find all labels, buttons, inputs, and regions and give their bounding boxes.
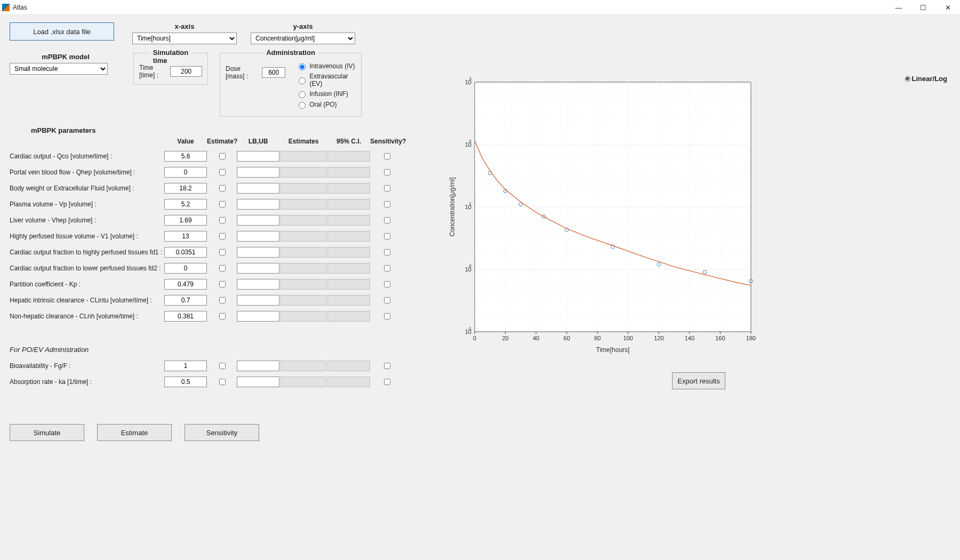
- time-input[interactable]: [170, 66, 202, 77]
- estimate-checkbox[interactable]: [219, 281, 226, 287]
- title-bar: Atlas — ☐ ✕: [0, 0, 960, 15]
- sensitivity-checkbox[interactable]: [384, 249, 390, 255]
- svg-text:20: 20: [502, 335, 508, 341]
- param-value-input[interactable]: [164, 183, 207, 194]
- svg-text:180: 180: [746, 335, 756, 341]
- param-value-input[interactable]: [164, 151, 207, 162]
- lbub-input[interactable]: [237, 279, 279, 290]
- sensitivity-checkbox[interactable]: [384, 201, 390, 207]
- sensitivity-checkbox[interactable]: [384, 153, 390, 159]
- sensitivity-checkbox[interactable]: [384, 265, 390, 271]
- admin-radio-po[interactable]: Oral (PO): [296, 100, 356, 109]
- model-select[interactable]: Small molecule: [10, 63, 108, 75]
- ci-readonly: [327, 151, 370, 162]
- estimate-checkbox[interactable]: [219, 201, 226, 207]
- lbub-input[interactable]: [237, 247, 279, 258]
- estimate-checkbox[interactable]: [219, 265, 226, 271]
- estimate-checkbox[interactable]: [219, 249, 226, 255]
- param-row: Partition coefficient - Kp :: [10, 276, 431, 292]
- lbub-input[interactable]: [237, 199, 279, 210]
- param-value-input[interactable]: [164, 279, 207, 290]
- window-title: Atlas: [13, 4, 27, 11]
- param-value-input[interactable]: [164, 215, 207, 226]
- param-label: Cardiac output - Qco [volume/time] :: [10, 153, 164, 160]
- sensitivity-checkbox[interactable]: [384, 233, 390, 239]
- ci-readonly: [327, 311, 370, 322]
- lbub-input[interactable]: [237, 151, 279, 162]
- param-label: Liver volume - Vhep [volume] :: [10, 217, 164, 224]
- sensitivity-button[interactable]: Sensitivity: [185, 424, 259, 441]
- linear-log-toggle[interactable]: Linear/Log: [905, 75, 947, 83]
- estimate-checkbox[interactable]: [219, 169, 226, 175]
- ci-readonly: [327, 215, 370, 226]
- admin-radio-inf[interactable]: Infusion (INF): [296, 90, 356, 98]
- estimate-checkbox[interactable]: [219, 379, 226, 385]
- lbub-input[interactable]: [237, 183, 279, 194]
- lbub-input[interactable]: [237, 231, 279, 242]
- estimates-readonly: [281, 279, 326, 290]
- estimate-checkbox[interactable]: [219, 313, 226, 319]
- ci-readonly: [327, 247, 370, 258]
- administration-group: Administration Dose [mass] : Intravenous…: [220, 53, 362, 117]
- param-value-input[interactable]: [164, 263, 207, 274]
- administration-legend: Administration: [263, 49, 318, 57]
- param-value-input[interactable]: [164, 361, 207, 371]
- param-value-input[interactable]: [164, 167, 207, 178]
- sensitivity-checkbox[interactable]: [384, 313, 390, 319]
- param-label: Plasma volume - Vp [volume] :: [10, 201, 164, 208]
- sensitivity-checkbox[interactable]: [384, 363, 390, 369]
- estimates-readonly: [281, 247, 326, 258]
- estimate-button[interactable]: Estimate: [97, 424, 172, 441]
- lbub-input[interactable]: [237, 295, 279, 306]
- svg-text:-1: -1: [468, 326, 472, 331]
- param-value-input[interactable]: [164, 377, 207, 387]
- estimates-readonly: [281, 263, 326, 274]
- close-button[interactable]: ✕: [935, 0, 960, 15]
- sensitivity-checkbox[interactable]: [384, 297, 390, 303]
- param-value-input[interactable]: [164, 247, 207, 258]
- estimate-checkbox[interactable]: [219, 297, 226, 303]
- svg-text:3: 3: [469, 76, 472, 81]
- sensitivity-checkbox[interactable]: [384, 169, 390, 175]
- svg-text:Concentration[μg/ml]: Concentration[μg/ml]: [449, 178, 456, 237]
- lbub-input[interactable]: [237, 263, 279, 274]
- estimate-checkbox[interactable]: [219, 233, 226, 239]
- minimize-button[interactable]: —: [886, 0, 911, 15]
- estimate-checkbox[interactable]: [219, 217, 226, 223]
- lbub-input[interactable]: [237, 361, 279, 371]
- param-label: Absorption rate - ka [1/time] :: [10, 378, 164, 386]
- estimate-checkbox[interactable]: [219, 185, 226, 191]
- model-heading: mPBPK model: [10, 53, 122, 61]
- lbub-input[interactable]: [237, 377, 279, 387]
- load-xlsx-button[interactable]: Load .xlsx data file: [10, 22, 114, 41]
- admin-radio-ev[interactable]: Extravascular (EV): [296, 73, 356, 87]
- ci-readonly: [327, 199, 370, 210]
- sensitivity-checkbox[interactable]: [384, 281, 390, 287]
- maximize-button[interactable]: ☐: [911, 0, 935, 15]
- lbub-input[interactable]: [237, 215, 279, 226]
- estimate-checkbox[interactable]: [219, 153, 226, 159]
- lbub-input[interactable]: [237, 167, 279, 178]
- xaxis-select[interactable]: Time[hours]: [132, 33, 237, 44]
- estimate-checkbox[interactable]: [219, 363, 226, 369]
- svg-text:100: 100: [623, 335, 633, 341]
- ci-readonly: [327, 231, 370, 242]
- sensitivity-checkbox[interactable]: [384, 185, 390, 191]
- lbub-input[interactable]: [237, 311, 279, 322]
- sensitivity-checkbox[interactable]: [384, 217, 390, 223]
- export-results-button[interactable]: Export results: [672, 372, 725, 389]
- sensitivity-checkbox[interactable]: [384, 379, 390, 385]
- yaxis-select[interactable]: Concentration[μg/ml]: [251, 33, 355, 44]
- estimates-readonly: [281, 361, 326, 371]
- param-label: Cardiac output fraction to lower perfuse…: [10, 265, 164, 272]
- param-row: Portal vein blood flow - Qhep [volume/ti…: [10, 164, 431, 180]
- param-value-input[interactable]: [164, 295, 207, 306]
- param-label: Cardiac output fraction to highly perfus…: [10, 249, 164, 256]
- param-value-input[interactable]: [164, 231, 207, 242]
- dose-input[interactable]: [262, 67, 285, 78]
- admin-radio-iv[interactable]: Intravenous (IV): [296, 62, 356, 70]
- simulate-button[interactable]: Simulate: [10, 424, 84, 441]
- param-value-input[interactable]: [164, 199, 207, 210]
- ci-readonly: [327, 263, 370, 274]
- param-value-input[interactable]: [164, 311, 207, 322]
